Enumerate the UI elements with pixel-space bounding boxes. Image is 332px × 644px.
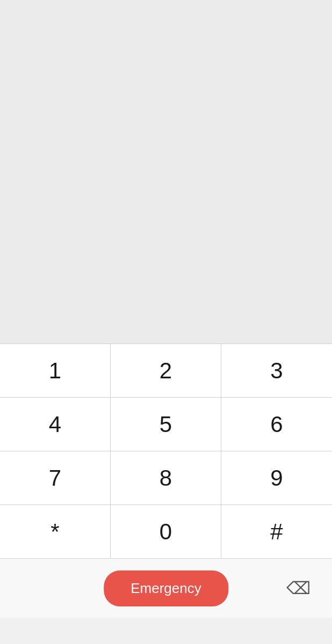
key-0[interactable]: 0	[111, 505, 221, 559]
key-6[interactable]: 6	[221, 398, 332, 451]
key-hash[interactable]: #	[221, 505, 332, 559]
key-4[interactable]: 4	[0, 398, 111, 451]
key-9[interactable]: 9	[221, 451, 332, 505]
backspace-icon: ⌫	[286, 578, 311, 598]
emergency-button[interactable]: Emergency	[104, 570, 228, 606]
keypad-grid: 1 2 3 4 5 6 7 8 9 * 0	[0, 343, 332, 559]
key-7[interactable]: 7	[0, 451, 111, 505]
key-3[interactable]: 3	[221, 344, 332, 398]
key-1[interactable]: 1	[0, 344, 111, 398]
key-star[interactable]: *	[0, 505, 111, 559]
keypad-area: 1 2 3 4 5 6 7 8 9 * 0	[0, 343, 332, 618]
key-5[interactable]: 5	[111, 398, 221, 451]
top-area	[0, 0, 332, 343]
backspace-button[interactable]: ⌫	[281, 573, 316, 604]
key-2[interactable]: 2	[111, 344, 221, 398]
bottom-row: Emergency ⌫	[0, 559, 332, 618]
key-8[interactable]: 8	[111, 451, 221, 505]
